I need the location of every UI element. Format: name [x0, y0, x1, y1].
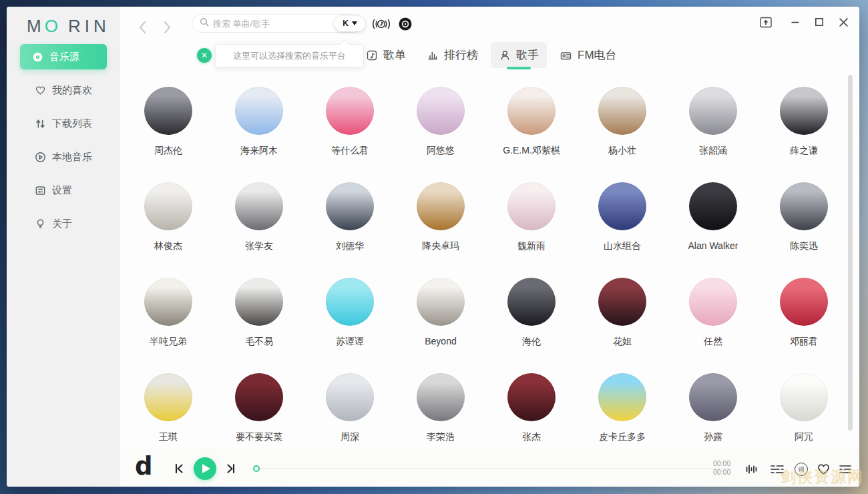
artist-avatar[interactable] — [326, 87, 374, 135]
search-engine-dropdown[interactable]: K — [335, 16, 365, 31]
artist-card[interactable]: 杨小壮 — [577, 87, 668, 182]
sidebar-item-settings[interactable]: 设置 — [7, 174, 120, 207]
time-total: 00:00 — [713, 468, 730, 477]
back-button[interactable] — [136, 20, 150, 35]
player-logo[interactable]: d — [135, 452, 153, 481]
artist-name: 陈奕迅 — [790, 240, 818, 252]
artist-avatar[interactable] — [235, 182, 283, 230]
artist-card[interactable]: 苏谭谭 — [304, 278, 395, 373]
progress-handle[interactable] — [253, 465, 260, 472]
search-bar[interactable]: K — [192, 14, 364, 33]
close-button[interactable] — [836, 15, 851, 29]
app-window: MORIN 音乐源 我的喜欢 — [7, 7, 859, 487]
minimize-button[interactable] — [788, 15, 803, 29]
artist-avatar[interactable] — [144, 87, 192, 135]
tab-singers[interactable]: 歌手 — [491, 42, 547, 68]
artist-avatar[interactable] — [598, 278, 646, 326]
box-arrow-up-icon[interactable] — [758, 15, 773, 29]
main-area: K — [120, 7, 859, 487]
artist-card[interactable]: 毛不易 — [214, 278, 304, 373]
artist-avatar[interactable] — [235, 87, 283, 135]
artist-card[interactable]: 降央卓玛 — [395, 182, 486, 278]
artist-avatar[interactable] — [144, 182, 192, 230]
artist-avatar[interactable] — [507, 87, 556, 135]
artist-card[interactable]: 阿悠悠 — [395, 87, 486, 182]
artist-card[interactable]: 魏新雨 — [486, 182, 577, 278]
tab-charts[interactable]: 排行榜 — [419, 42, 486, 68]
vinyl-disc-icon[interactable] — [397, 16, 413, 35]
sidebar-item-local-music[interactable]: 本地音乐 — [7, 140, 120, 174]
artist-avatar[interactable] — [689, 373, 737, 421]
artist-avatar[interactable] — [417, 373, 465, 421]
artist-card[interactable]: 半吨兄弟 — [123, 278, 214, 373]
artist-avatar[interactable] — [326, 278, 374, 326]
artist-avatar[interactable] — [598, 373, 646, 421]
progress-track[interactable] — [256, 468, 732, 469]
artist-card[interactable]: 等什么君 — [304, 87, 395, 182]
artist-avatar[interactable] — [417, 182, 465, 230]
artist-avatar[interactable] — [780, 373, 828, 421]
artist-card[interactable]: 刘德华 — [304, 182, 395, 278]
artist-card[interactable]: 海来阿木 — [214, 87, 304, 182]
artist-card[interactable]: Alan Walker — [668, 182, 758, 278]
artist-card[interactable]: 张学友 — [214, 182, 304, 278]
artist-card[interactable]: 薛之谦 — [758, 87, 849, 182]
artist-avatar[interactable] — [689, 87, 737, 135]
equalizer-icon[interactable] — [743, 461, 759, 477]
artist-card[interactable]: 山水组合 — [577, 182, 668, 278]
sidebar-item-about[interactable]: 关于 — [7, 207, 120, 240]
maximize-button[interactable] — [812, 15, 827, 29]
artist-avatar[interactable] — [235, 373, 283, 421]
sidebar-item-music-source[interactable]: 音乐源 — [20, 44, 107, 69]
artist-avatar[interactable] — [507, 182, 556, 230]
artist-card[interactable]: 海伦 — [486, 278, 577, 373]
playlist-icon[interactable] — [837, 461, 853, 477]
play-mode-icon[interactable] — [769, 461, 785, 477]
artist-avatar[interactable] — [780, 87, 828, 135]
artist-card[interactable]: 林俊杰 — [123, 182, 214, 278]
artist-avatar[interactable] — [144, 278, 192, 326]
artist-card[interactable]: 陈奕迅 — [758, 182, 849, 278]
favorite-heart-icon[interactable] — [815, 461, 831, 477]
artist-card[interactable]: 任然 — [668, 278, 758, 373]
sidebar-nav: 音乐源 我的喜欢 下载列表 — [7, 44, 120, 240]
tab-fm-radio[interactable]: FM电台 — [552, 42, 625, 68]
tooltip-close-button[interactable]: ✕ — [197, 48, 212, 63]
lyrics-icon[interactable]: 词 — [793, 461, 809, 477]
chevron-down-icon — [352, 21, 357, 25]
forward-button[interactable] — [160, 20, 174, 35]
artist-card[interactable]: 邓丽君 — [758, 278, 849, 373]
sidebar-item-label: 本地音乐 — [52, 151, 92, 164]
desktop-lyrics-icon[interactable] — [370, 16, 393, 35]
artist-avatar[interactable] — [689, 182, 737, 230]
artist-avatar[interactable] — [689, 278, 737, 326]
artist-avatar[interactable] — [598, 182, 646, 230]
artist-card[interactable]: 花姐 — [577, 278, 668, 373]
logo-letter-o: O — [45, 16, 59, 36]
sidebar-item-download-list[interactable]: 下载列表 — [7, 107, 120, 140]
next-track-button[interactable] — [224, 462, 238, 475]
artist-card[interactable]: Beyond — [395, 278, 486, 373]
artist-name: 海伦 — [522, 336, 541, 348]
artist-avatar[interactable] — [780, 278, 828, 326]
artist-avatar[interactable] — [598, 87, 646, 135]
artist-avatar[interactable] — [417, 278, 465, 326]
scrollbar-thumb[interactable] — [848, 75, 853, 431]
artist-avatar[interactable] — [326, 182, 374, 230]
sidebar-item-my-likes[interactable]: 我的喜欢 — [7, 73, 120, 107]
artist-avatar[interactable] — [507, 278, 556, 326]
tab-songlist[interactable]: 歌单 — [358, 42, 414, 68]
artist-card[interactable]: 周杰伦 — [123, 87, 214, 182]
artist-avatar[interactable] — [507, 373, 556, 421]
artist-card[interactable]: G.E.M.邓紫棋 — [486, 87, 577, 182]
artist-avatar[interactable] — [235, 278, 283, 326]
artist-name: Alan Walker — [688, 240, 738, 251]
artist-avatar[interactable] — [326, 373, 374, 421]
artist-card[interactable]: 张韶涵 — [668, 87, 758, 182]
artist-avatar[interactable] — [144, 373, 192, 421]
artist-avatar[interactable] — [780, 182, 828, 230]
search-input[interactable] — [209, 19, 335, 29]
previous-track-button[interactable] — [172, 462, 186, 475]
artist-avatar[interactable] — [417, 87, 465, 135]
play-button[interactable] — [194, 457, 216, 480]
